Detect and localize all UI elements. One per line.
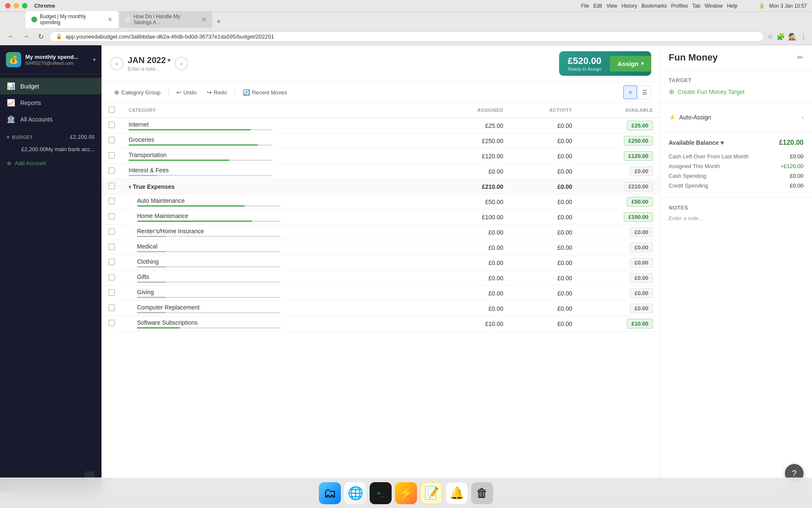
menu-edit[interactable]: Edit [593, 3, 602, 9]
category-cell[interactable]: Giving [122, 286, 435, 301]
new-tab-button[interactable]: + [213, 16, 225, 28]
category-cell[interactable]: Gifts [122, 271, 435, 286]
tab-close-savings[interactable]: ✕ [201, 16, 206, 23]
category-name: Internet [129, 121, 428, 128]
menu-tab[interactable]: Tab [692, 3, 700, 9]
row-checkbox[interactable] [108, 137, 115, 144]
menu-history[interactable]: History [621, 3, 637, 9]
dock-notes[interactable]: 📝 [420, 482, 442, 504]
assigned-cell[interactable]: £210.00 [435, 179, 510, 194]
assigned-cell[interactable]: £0.00 [435, 286, 510, 301]
sidebar-item-all-accounts[interactable]: 🏦 All Accounts [0, 111, 102, 127]
assigned-cell[interactable]: £250.00 [435, 133, 510, 149]
assigned-cell[interactable]: £120.00 [435, 149, 510, 164]
sidebar-account-name: My monthly spend... [25, 54, 78, 60]
close-button[interactable] [5, 3, 11, 8]
category-cell[interactable]: ▾True Expenses [122, 179, 435, 194]
row-checkbox[interactable] [108, 243, 115, 250]
assign-button[interactable]: Assign ▾ [610, 56, 651, 72]
dock-terminal[interactable]: >_ [370, 482, 392, 504]
category-cell[interactable]: Internet [122, 118, 435, 133]
row-checkbox[interactable] [108, 320, 115, 326]
row-checkbox[interactable] [108, 152, 115, 159]
add-category-group-button[interactable]: ⊕ Category Group [110, 87, 165, 98]
row-checkbox[interactable] [108, 198, 115, 204]
category-cell[interactable]: Home Maintenance [122, 210, 435, 225]
assigned-cell[interactable]: £0.00 [435, 225, 510, 240]
assigned-cell[interactable]: £25.00 [435, 118, 510, 133]
tab-budget[interactable]: Budget | My monthly spending ✕ [25, 11, 118, 28]
tab-savings[interactable]: How Do I Handle My Savings A... ✕ [119, 11, 212, 28]
sidebar-item-budget[interactable]: 📊 Budget [0, 78, 102, 94]
compact-view-button[interactable]: ☰ [638, 86, 651, 99]
category-cell[interactable]: Medical [122, 240, 435, 255]
minimize-button[interactable] [14, 3, 19, 8]
category-cell[interactable]: Computer Replacement [122, 301, 435, 316]
incognito-icon[interactable]: 🕵 [788, 33, 797, 41]
assigned-cell[interactable]: £10.00 [435, 316, 510, 331]
next-month-button[interactable]: › [175, 57, 188, 70]
redo-button[interactable]: ↪ Redo [203, 87, 231, 98]
menu-bookmarks[interactable]: Bookmarks [642, 3, 667, 9]
sidebar-item-reports[interactable]: 📈 Reports [0, 94, 102, 111]
url-text: app.youneedabudget.com/3a8bbdae-d62a-46d… [66, 33, 274, 40]
menu-icon[interactable]: ⋮ [800, 33, 807, 41]
month-note[interactable]: Enter a note... [128, 66, 170, 72]
row-checkbox[interactable] [108, 213, 115, 220]
dock-spark[interactable]: ⚡ [395, 482, 417, 504]
category-cell[interactable]: Auto Maintenance [122, 194, 435, 210]
sidebar-account-bank[interactable]: My main bank acc... £2,200.00 [0, 144, 102, 155]
row-checkbox[interactable] [108, 167, 115, 174]
category-cell[interactable]: Software Subscriptions [122, 316, 435, 331]
dock-chrome[interactable]: 🌐 [344, 482, 366, 504]
category-cell[interactable]: Transportation [122, 149, 435, 164]
edit-icon[interactable]: ✏ [797, 53, 804, 62]
row-checkbox[interactable] [108, 274, 115, 281]
available-balance-toggle[interactable]: Available Balance ▾ [669, 139, 724, 146]
reload-button[interactable]: ↻ [36, 32, 46, 41]
menu-view[interactable]: View [606, 3, 617, 9]
add-account-button[interactable]: ⊕ Add Account [0, 157, 102, 170]
list-view-button[interactable]: ≡ [623, 86, 637, 99]
dock-trash[interactable]: 🗑 [471, 482, 493, 504]
dock-reminders[interactable]: 🔔 [446, 482, 468, 504]
assigned-cell[interactable]: £50.00 [435, 194, 510, 210]
tab-close-budget[interactable]: ✕ [107, 16, 112, 23]
category-cell[interactable]: Renter's/Home Insurance [122, 225, 435, 240]
back-button[interactable]: ← [5, 32, 17, 41]
star-icon[interactable]: ☆ [767, 33, 773, 41]
notes-input[interactable]: Enter a note... [669, 215, 804, 221]
assigned-cell[interactable]: £0.00 [435, 301, 510, 316]
forward-button[interactable]: → [20, 32, 32, 41]
menu-profiles[interactable]: Profiles [671, 3, 688, 9]
prev-month-button[interactable]: ‹ [110, 57, 123, 70]
create-target-button[interactable]: ⊕ Create Fun Money Target [669, 88, 804, 96]
menu-file[interactable]: File [581, 3, 589, 9]
fullscreen-button[interactable] [22, 3, 27, 8]
sidebar-header[interactable]: 💰 My monthly spend... 5d485270@uifeed.co… [0, 45, 102, 75]
recent-moves-button[interactable]: 🔄 Recent Moves [239, 87, 291, 98]
row-checkbox[interactable] [108, 121, 115, 128]
row-checkbox[interactable] [108, 289, 115, 296]
row-checkbox[interactable] [108, 182, 115, 189]
select-all-checkbox[interactable] [108, 106, 115, 113]
assigned-cell[interactable]: £100.00 [435, 210, 510, 225]
category-cell[interactable]: Clothing [122, 255, 435, 271]
extensions-icon[interactable]: 🧩 [776, 33, 785, 41]
assigned-cell[interactable]: £0.00 [435, 271, 510, 286]
url-bar[interactable]: 🔒 app.youneedabudget.com/3a8bbdae-d62a-4… [49, 31, 764, 42]
row-checkbox[interactable] [108, 228, 115, 235]
assigned-cell[interactable]: £0.00 [435, 164, 510, 179]
auto-assign-button[interactable]: ⚡ Auto-Assign › [669, 110, 804, 125]
row-checkbox[interactable] [108, 304, 115, 311]
dock-finder[interactable]: 🗂 [319, 482, 341, 504]
row-checkbox[interactable] [108, 259, 115, 265]
assigned-cell[interactable]: £0.00 [435, 240, 510, 255]
menu-help[interactable]: Help [727, 3, 738, 9]
undo-button[interactable]: ↩ Undo [172, 87, 201, 98]
menu-window[interactable]: Window [705, 3, 723, 9]
category-cell[interactable]: Groceries [122, 133, 435, 149]
assigned-cell[interactable]: £0.00 [435, 255, 510, 271]
category-cell[interactable]: Interest & Fees [122, 164, 435, 179]
month-title[interactable]: JAN 2022 ▾ [128, 55, 170, 65]
